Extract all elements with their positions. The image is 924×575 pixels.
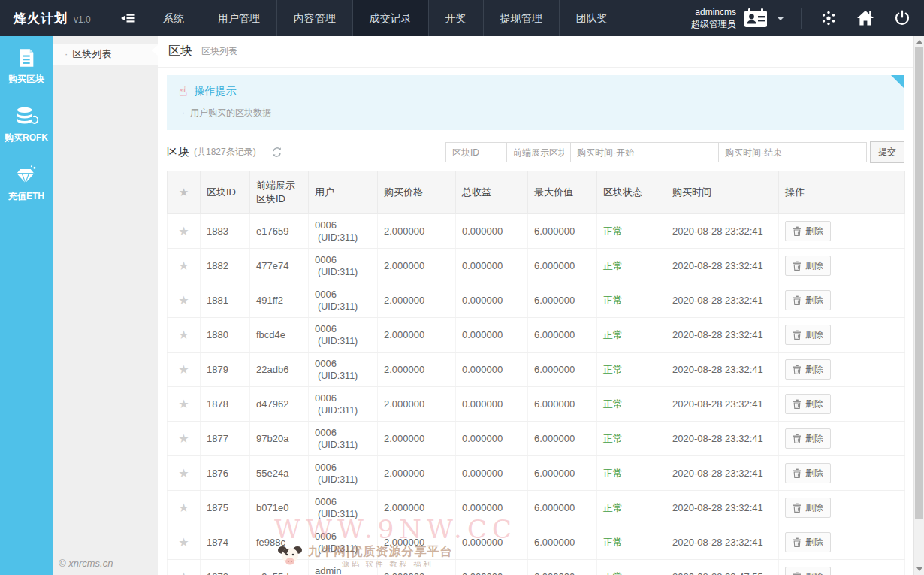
star-icon[interactable]: ★ [178,432,189,445]
delete-button[interactable]: 删除 [785,567,831,575]
delete-button[interactable]: 删除 [785,498,831,518]
time-cell: 2020-08-28 23:32:41 [666,456,779,491]
max-value-cell: 6.000000 [528,525,597,560]
trash-icon [793,537,802,547]
sidebar-collapse-icon[interactable] [121,12,136,24]
delete-button[interactable]: 删除 [785,394,831,414]
user-menu[interactable]: admincms 超级管理员 [691,6,792,30]
sidebar-item-label: 购买区块 [8,73,44,86]
action-cell: 删除 [779,560,905,575]
status-cell: 正常 [597,249,666,283]
time-cell: 2020-08-28 23:32:41 [666,422,779,456]
user-cell: 0006(UID:311) [309,387,378,422]
sidebar-item-2[interactable]: 充值ETH [0,153,53,212]
column-header-5: 最大价值 [528,171,597,214]
delete-button-label: 删除 [805,432,823,445]
price-cell: 2.000000 [378,525,456,560]
apps-dots-icon[interactable] [811,0,847,36]
max-value-cell: 6.000000 [528,353,597,387]
max-value-cell: 6.000000 [528,283,597,318]
scrollbar-thumb[interactable] [915,47,923,519]
block-id-cell: 1881 [201,283,250,318]
nav-item-4[interactable]: 开奖 [428,0,483,36]
submit-button[interactable]: 提交 [870,141,904,163]
user-cell: 0006(UID:311) [309,491,378,525]
database-icon [15,106,38,127]
status-cell: 正常 [597,214,666,249]
star-icon[interactable]: ★ [178,294,189,307]
max-value-cell: 6.000000 [528,560,597,575]
star-icon[interactable]: ★ [178,225,189,238]
sidebar-item-block-list[interactable]: ·区块列表 [53,44,158,65]
star-icon[interactable]: ★ [178,259,189,272]
time-cell: 2020-08-28 23:32:41 [666,249,779,283]
time-cell: 2020-08-28 23:32:41 [666,318,779,353]
max-value-cell: 6.000000 [528,249,597,283]
nav-item-6[interactable]: 团队奖 [559,0,624,36]
front-id-cell: fbcd4e [250,318,309,353]
delete-button[interactable]: 删除 [785,325,831,345]
status-badge: 正常 [603,329,623,340]
star-icon[interactable]: ★ [178,570,189,575]
home-icon[interactable] [847,0,884,36]
power-icon[interactable] [884,0,924,36]
sidebar-item-0[interactable]: 购买区块 [0,36,53,95]
status-badge: 正常 [603,433,623,444]
delete-button[interactable]: 删除 [785,256,831,276]
nav-item-1[interactable]: 用户管理 [201,0,276,36]
sidebar-item-label: 充值ETH [8,190,44,203]
delete-button[interactable]: 删除 [785,359,831,380]
star-icon[interactable]: ★ [178,501,189,514]
delete-button[interactable]: 删除 [785,463,831,483]
action-cell: 删除 [779,456,905,491]
table-header-row: ★区块ID前端展示区块ID用户购买价格总收益最大价值区块状态购买时间操作 [168,171,905,214]
app-logo: 烽火计划 v1.0 [0,10,103,27]
trash-icon [793,503,802,513]
star-icon[interactable]: ★ [178,536,189,549]
user-cell: 0006(UID:311) [309,283,378,318]
submenu-active-notch [152,45,158,56]
star-icon[interactable]: ★ [178,398,189,410]
delete-button[interactable]: 删除 [785,428,831,449]
star-icon[interactable]: ★ [178,467,189,480]
delete-button[interactable]: 删除 [785,290,831,310]
block-id-cell: 1873 [201,560,250,575]
vertical-scrollbar[interactable] [913,36,924,575]
page-title: 区块 [168,44,192,59]
trash-icon [793,399,802,409]
time-cell: 2020-08-28 23:32:41 [666,491,779,525]
nav-item-2[interactable]: 内容管理 [276,0,352,36]
status-badge: 正常 [603,571,623,575]
trash-icon [793,572,802,575]
status-cell: 正常 [597,491,666,525]
max-value-cell: 6.000000 [528,491,597,525]
block-id-cell: 1878 [201,387,250,422]
delete-button[interactable]: 删除 [785,221,831,241]
status-badge: 正常 [603,398,623,410]
front-block-input[interactable] [506,142,571,162]
scroll-up-arrow-icon[interactable] [916,40,922,44]
table-row: ★1874fe988c0006(UID:311)2.0000000.000000… [168,525,905,560]
nav-item-0[interactable]: 系统 [146,0,201,36]
sidebar-item-1[interactable]: 购买ROFK [0,95,53,153]
block-id-input[interactable] [445,142,507,162]
star-icon[interactable]: ★ [178,363,189,376]
scroll-down-arrow-icon[interactable] [916,567,922,571]
user-cell: admin(UID:108) [309,560,378,575]
time-end-input[interactable] [718,142,867,162]
profit-cell: 0.000000 [456,283,528,318]
divider [801,8,802,29]
delete-button-label: 删除 [805,570,823,575]
star-icon[interactable]: ★ [178,328,189,341]
table-row: ★187922adb60006(UID:311)2.0000000.000000… [168,353,905,387]
delete-button[interactable]: 删除 [785,532,831,552]
alert-title: 操作提示 [195,85,237,98]
primary-sidebar: 购买区块 购买ROFK 充值ETH [0,36,53,575]
time-start-input[interactable] [570,142,719,162]
nav-item-5[interactable]: 提现管理 [483,0,559,36]
refresh-icon[interactable] [271,147,282,158]
price-cell: 2.000000 [378,491,456,525]
nav-item-3[interactable]: 成交记录 [352,0,428,36]
tips-alert: ☝ 操作提示 ·用户购买的区块数据 [167,75,904,130]
column-header-4: 总收益 [456,171,528,214]
